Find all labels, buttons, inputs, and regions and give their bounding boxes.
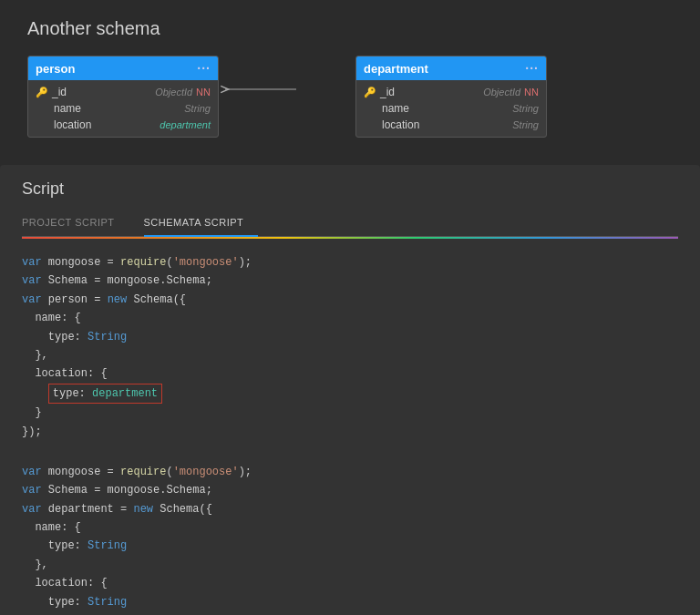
code-line: }); bbox=[22, 423, 678, 441]
code-area: var mongoose = require('mongoose'); var … bbox=[0, 239, 700, 615]
relation-arrow bbox=[216, 76, 298, 103]
field-dept-name: name String bbox=[356, 100, 546, 117]
entity-person-body: 🔑 _id ObjectId NN name String location d… bbox=[28, 80, 218, 137]
entity-department-header: department ··· bbox=[356, 56, 546, 80]
code-line: }, bbox=[22, 346, 678, 364]
code-line: var Schema = mongoose.Schema; bbox=[22, 481, 678, 499]
script-tabs: PROJECT SCRIPT SCHEMATA SCRIPT bbox=[22, 210, 678, 237]
top-section: Another schema person ··· 🔑 _id ObjectId… bbox=[0, 0, 700, 156]
code-line: var person = new Schema({ bbox=[22, 291, 678, 309]
tab-project-script[interactable]: PROJECT SCRIPT bbox=[22, 210, 129, 236]
code-line: type: String bbox=[22, 593, 678, 611]
tab-schemata-script[interactable]: SCHEMATA SCRIPT bbox=[144, 210, 259, 237]
code-line: } bbox=[22, 404, 678, 422]
key-icon: 🔑 bbox=[364, 87, 376, 98]
code-line: }, bbox=[22, 556, 678, 574]
code-line: var mongoose = require('mongoose'); bbox=[22, 463, 678, 481]
code-line: } bbox=[22, 611, 678, 615]
entity-person-header: person ··· bbox=[28, 56, 218, 80]
field-person-location: location department bbox=[28, 117, 218, 133]
field-dept-id: 🔑 _id ObjectId NN bbox=[356, 84, 546, 100]
code-line: type: String bbox=[22, 328, 678, 346]
code-line: var department = new Schema({ bbox=[22, 500, 678, 518]
field-person-id: 🔑 _id ObjectId NN bbox=[28, 84, 218, 100]
entity-department[interactable]: department ··· 🔑 _id ObjectId NN name St… bbox=[355, 56, 547, 138]
code-line: name: { bbox=[22, 518, 678, 537]
code-line: var mongoose = require('mongoose'); bbox=[22, 253, 678, 272]
script-title: Script bbox=[22, 179, 678, 199]
key-icon: 🔑 bbox=[36, 87, 48, 98]
field-dept-location: location String bbox=[356, 117, 546, 133]
page-title: Another schema bbox=[27, 18, 673, 39]
script-header: Script PROJECT SCRIPT SCHEMATA SCRIPT bbox=[0, 165, 700, 239]
code-line: var Schema = mongoose.Schema; bbox=[22, 272, 678, 290]
entity-department-name: department bbox=[364, 62, 428, 76]
field-person-name: name String bbox=[28, 100, 218, 117]
entity-department-menu[interactable]: ··· bbox=[525, 61, 539, 76]
code-block-2: var mongoose = require('mongoose'); var … bbox=[22, 463, 678, 615]
code-line: name: { bbox=[22, 309, 678, 327]
script-section: Script PROJECT SCRIPT SCHEMATA SCRIPT va… bbox=[0, 165, 700, 615]
code-block-1: var mongoose = require('mongoose'); var … bbox=[22, 253, 678, 441]
diagram-area: person ··· 🔑 _id ObjectId NN name String bbox=[27, 56, 673, 138]
highlighted-code: type: department bbox=[48, 384, 162, 404]
code-line: location: { bbox=[22, 574, 678, 592]
entity-person-menu[interactable]: ··· bbox=[197, 61, 211, 76]
code-line-highlighted: type: department bbox=[22, 384, 678, 404]
code-line: location: { bbox=[22, 364, 678, 383]
entity-person[interactable]: person ··· 🔑 _id ObjectId NN name String bbox=[27, 56, 219, 138]
entity-department-body: 🔑 _id ObjectId NN name String location S… bbox=[356, 80, 546, 137]
entity-person-name: person bbox=[36, 62, 75, 76]
code-line: type: String bbox=[22, 537, 678, 555]
